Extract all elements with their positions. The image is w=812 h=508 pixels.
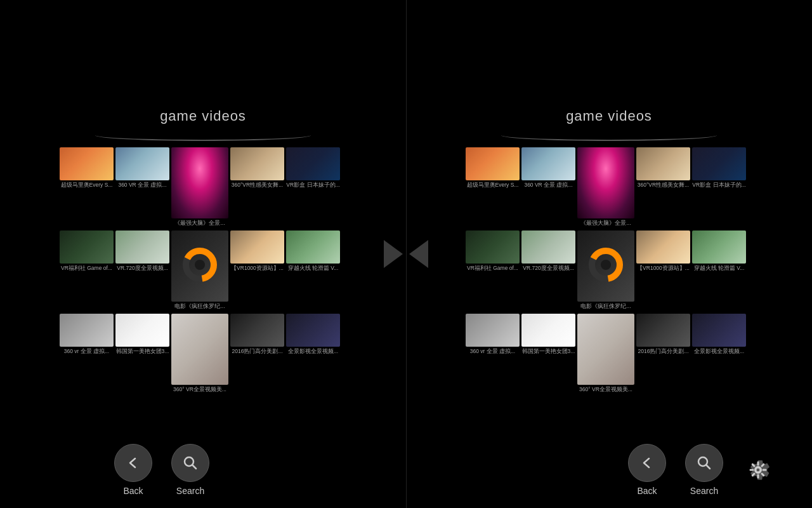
list-item[interactable]: 穿越火线 轮滑篇 V...	[692, 231, 746, 272]
back-arrow-icon-right	[640, 456, 654, 470]
list-item[interactable]: 《最强大脑》全景...	[171, 147, 228, 227]
left-row-1: 超级马里奥Every S... 360 VR 全景 虚拟... 《最强大脑》全景…	[60, 147, 340, 227]
svg-point-5	[601, 260, 611, 270]
right-video-grid: 超级马里奥Every S... 360 VR 全景 虚拟... 《最强大脑》全景…	[466, 147, 746, 393]
right-search-circle[interactable]	[685, 444, 723, 482]
video-caption: 穿越火线 轮滑篇 V...	[692, 265, 746, 272]
right-search-button[interactable]: Search	[685, 444, 723, 496]
list-item[interactable]: 360 VR 全景 虚拟...	[521, 147, 575, 189]
right-search-label: Search	[690, 486, 718, 496]
list-item[interactable]: 【VR1000资源站】...	[230, 231, 284, 272]
right-arc-decoration	[501, 130, 717, 141]
main-container: game videos 超级马里奥Every S... 360 VR 全景 虚拟…	[0, 0, 812, 508]
video-caption: 360 VR 全景 虚拟...	[521, 182, 575, 189]
right-search-icon	[697, 455, 712, 471]
list-item[interactable]: 360 vr 全景 虚拟...	[60, 314, 114, 355]
list-item[interactable]: VR影盒 日本妹子的...	[286, 147, 340, 189]
right-row-3: 360 vr 全景 虚拟... 韩国第一美艳女团3... 360° VR全景视频…	[466, 314, 746, 393]
video-caption: VR影盒 日本妹子的...	[286, 182, 340, 189]
video-caption: VR.720度全景视频...	[521, 265, 575, 272]
list-item[interactable]: 超级马里奥Every S...	[60, 147, 114, 189]
left-search-button[interactable]: Search	[171, 444, 209, 496]
right-row-2: VR福利社 Game of... VR.720度全景视频... 电影《疯狂侏罗纪	[466, 231, 746, 310]
svg-line-9	[707, 465, 710, 469]
right-back-button[interactable]: Back	[628, 444, 666, 496]
left-search-circle[interactable]	[171, 444, 209, 482]
list-item[interactable]: 电影《疯狂侏罗纪...	[171, 231, 228, 310]
list-item[interactable]: 360° VR全景视频美...	[171, 314, 228, 393]
list-item[interactable]: 【VR1000资源站】...	[636, 231, 690, 272]
list-item[interactable]: 360° VR全景视频美...	[577, 314, 634, 393]
list-item[interactable]: 全景影视全景视频...	[692, 314, 746, 355]
right-panel-title: game videos	[566, 108, 652, 124]
list-item[interactable]: 360°VR性感美女舞...	[230, 147, 284, 189]
video-caption: VR福利社 Game of...	[466, 265, 520, 272]
left-back-label: Back	[123, 486, 143, 496]
list-item[interactable]: 《最强大脑》全景...	[577, 147, 634, 227]
svg-line-7	[193, 465, 197, 469]
left-controls-group: Back Search	[114, 444, 209, 496]
list-item[interactable]: VR影盒 日本妹子的...	[692, 147, 746, 189]
video-caption: VR影盒 日本妹子的...	[692, 182, 746, 189]
back-arrow-icon	[126, 456, 140, 470]
video-caption: 360 VR 全景 虚拟...	[115, 182, 169, 189]
arrow-right-icon	[384, 240, 403, 268]
left-row-3: 360 vr 全景 虚拟... 韩国第一美艳女团3... 360° VR全景视频…	[60, 314, 340, 393]
right-controls-group: Back Search	[628, 444, 774, 496]
video-caption: 电影《疯狂侏罗纪...	[577, 303, 634, 310]
right-back-label: Back	[637, 486, 657, 496]
video-caption: 360 vr 全景 虚拟...	[60, 348, 114, 355]
center-arrows	[384, 240, 428, 268]
list-item[interactable]: VR.720度全景视频...	[115, 231, 169, 272]
left-video-grid: 超级马里奥Every S... 360 VR 全景 虚拟... 《最强大脑》全景…	[60, 147, 340, 393]
video-caption: 360° VR全景视频美...	[577, 386, 634, 393]
video-caption: 超级马里奥Every S...	[466, 182, 520, 189]
video-caption: 《最强大脑》全景...	[577, 220, 634, 227]
left-search-label: Search	[176, 486, 204, 496]
list-item[interactable]: 超级马里奥Every S...	[466, 147, 520, 189]
svg-point-2	[195, 260, 205, 270]
video-caption: 全景影视全景视频...	[692, 348, 746, 355]
list-item[interactable]: VR福利社 Game of...	[466, 231, 520, 272]
list-item[interactable]: 韩国第一美艳女团3...	[115, 314, 169, 355]
list-item[interactable]: VR.720度全景视频...	[521, 231, 575, 272]
list-item[interactable]: 360 vr 全景 虚拟...	[466, 314, 520, 355]
list-item[interactable]: 2016热门高分美剧...	[636, 314, 690, 355]
video-caption: 韩国第一美艳女团3...	[115, 348, 169, 355]
left-arc-decoration	[95, 130, 311, 141]
video-caption: 【VR1000资源站】...	[636, 265, 690, 272]
left-search-icon	[183, 455, 198, 471]
right-back-circle[interactable]	[628, 444, 666, 482]
list-item[interactable]: 电影《疯狂侏罗纪...	[577, 231, 634, 310]
video-caption: 穿越火线 轮滑篇 V...	[286, 265, 340, 272]
video-caption: 超级马里奥Every S...	[60, 182, 114, 189]
video-caption: 360° VR全景视频美...	[171, 386, 228, 393]
list-item[interactable]: 全景影视全景视频...	[286, 314, 340, 355]
list-item[interactable]: 穿越火线 轮滑篇 V...	[286, 231, 340, 272]
video-caption: 2016热门高分美剧...	[230, 348, 284, 355]
left-row-2: VR福利社 Game of... VR.720度全景视频...	[60, 231, 340, 310]
settings-button[interactable]	[742, 454, 774, 486]
list-item[interactable]: 360 VR 全景 虚拟...	[115, 147, 169, 189]
video-caption: 《最强大脑》全景...	[171, 220, 228, 227]
list-item[interactable]: 2016热门高分美剧...	[230, 314, 284, 355]
arrow-left-icon	[409, 240, 428, 268]
video-caption: VR福利社 Game of...	[60, 265, 114, 272]
left-back-button[interactable]: Back	[114, 444, 152, 496]
video-caption: 360°VR性感美女舞...	[230, 182, 284, 189]
video-caption: 全景影视全景视频...	[286, 348, 340, 355]
list-item[interactable]: 360°VR性感美女舞...	[636, 147, 690, 189]
video-caption: 电影《疯狂侏罗纪...	[171, 303, 228, 310]
video-caption: 韩国第一美艳女团3...	[521, 348, 575, 355]
video-caption: 【VR1000资源站】...	[230, 265, 284, 272]
left-panel-title: game videos	[160, 108, 246, 124]
list-item[interactable]: VR福利社 Game of...	[60, 231, 114, 272]
bottom-controls: Back Search Back	[0, 432, 812, 508]
settings-gear-icon	[747, 458, 769, 481]
list-item[interactable]: 韩国第一美艳女团3...	[521, 314, 575, 355]
right-row-1: 超级马里奥Every S... 360 VR 全景 虚拟... 《最强大脑》全景…	[466, 147, 746, 227]
video-caption: 2016热门高分美剧...	[636, 348, 690, 355]
left-back-circle[interactable]	[114, 444, 152, 482]
video-caption: 360 vr 全景 虚拟...	[466, 348, 520, 355]
video-caption: VR.720度全景视频...	[115, 265, 169, 272]
